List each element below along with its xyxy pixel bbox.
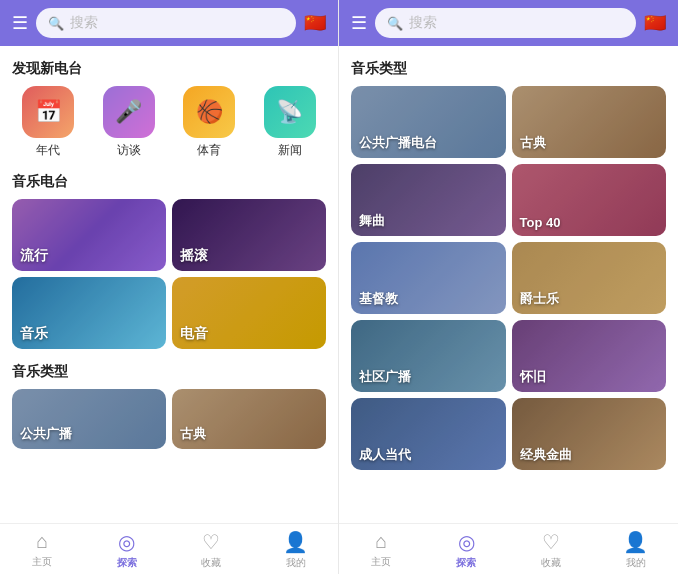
left-nav-mine-label: 我的: [286, 556, 306, 570]
left-nav-favorites-label: 收藏: [201, 556, 221, 570]
right-card-classic-gold-label: 经典金曲: [520, 446, 572, 464]
left-nav-explore-label: 探索: [117, 556, 137, 570]
left-search-placeholder: 搜索: [70, 14, 98, 32]
left-search-box[interactable]: 🔍 搜索: [36, 8, 296, 38]
music-card-music[interactable]: 音乐: [12, 277, 166, 349]
right-card-classic-label: 古典: [520, 134, 546, 152]
left-search-bar: ☰ 🔍 搜索 🇨🇳: [0, 0, 338, 46]
right-card-jazz[interactable]: 爵士乐: [512, 242, 667, 314]
type-card-radio-label: 公共广播: [20, 425, 72, 443]
discover-icon-era: 📅: [22, 86, 74, 138]
music-card-edm[interactable]: 电音: [172, 277, 326, 349]
right-card-jazz-label: 爵士乐: [520, 290, 559, 308]
left-menu-icon[interactable]: ☰: [12, 14, 28, 32]
music-card-edm-label: 电音: [180, 325, 208, 343]
discover-item-news[interactable]: 📡 新闻: [254, 86, 327, 159]
right-nav-favorites[interactable]: ♡ 收藏: [509, 530, 594, 570]
discover-item-talk[interactable]: 🎤 访谈: [93, 86, 166, 159]
right-nav-explore-label: 探索: [456, 556, 476, 570]
discover-label-sports: 体育: [197, 142, 221, 159]
type-card-radio[interactable]: 公共广播: [12, 389, 166, 449]
left-flag[interactable]: 🇨🇳: [304, 12, 326, 34]
right-nav-home-label: 主页: [371, 555, 391, 569]
right-card-christian[interactable]: 基督教: [351, 242, 506, 314]
right-nav-explore[interactable]: ◎ 探索: [424, 530, 509, 570]
right-card-adult[interactable]: 成人当代: [351, 398, 506, 470]
right-bottom-nav: ⌂ 主页 ◎ 探索 ♡ 收藏 👤 我的: [339, 523, 678, 574]
left-nav-mine[interactable]: 👤 我的: [254, 530, 339, 570]
left-search-icon: 🔍: [48, 16, 64, 31]
left-nav-mine-icon: 👤: [283, 530, 308, 554]
right-card-classic-gold[interactable]: 经典金曲: [512, 398, 667, 470]
right-search-icon: 🔍: [387, 16, 403, 31]
right-nav-mine[interactable]: 👤 我的: [593, 530, 678, 570]
left-music-type-title: 音乐类型: [12, 363, 326, 381]
right-nav-mine-label: 我的: [626, 556, 646, 570]
right-card-dance-label: 舞曲: [359, 212, 385, 230]
discover-label-era: 年代: [36, 142, 60, 159]
right-card-radio[interactable]: 公共广播电台: [351, 86, 506, 158]
left-bottom-nav: ⌂ 主页 ◎ 探索 ♡ 收藏 👤 我的: [0, 523, 338, 574]
left-nav-favorites[interactable]: ♡ 收藏: [169, 530, 254, 570]
left-music-station-title: 音乐电台: [12, 173, 326, 191]
discover-icon-sports: 🏀: [183, 86, 235, 138]
discover-label-talk: 访谈: [117, 142, 141, 159]
right-panel: ☰ 🔍 搜索 🇨🇳 音乐类型 公共广播电台 古典: [339, 0, 678, 574]
music-card-pop-label: 流行: [20, 247, 48, 265]
music-card-music-label: 音乐: [20, 325, 48, 343]
right-card-dance[interactable]: 舞曲: [351, 164, 506, 236]
right-search-box[interactable]: 🔍 搜索: [375, 8, 636, 38]
discover-label-news: 新闻: [278, 142, 302, 159]
right-search-placeholder: 搜索: [409, 14, 437, 32]
right-nav-favorites-icon: ♡: [542, 530, 560, 554]
right-content: 音乐类型 公共广播电台 古典 舞曲: [339, 46, 678, 523]
right-section-title: 音乐类型: [351, 60, 666, 78]
right-card-christian-label: 基督教: [359, 290, 398, 308]
right-card-radio-label: 公共广播电台: [359, 134, 437, 152]
music-card-rock[interactable]: 摇滚: [172, 199, 326, 271]
right-card-classic[interactable]: 古典: [512, 86, 667, 158]
left-music-grid: 流行 摇滚 音乐 电音: [12, 199, 326, 349]
right-flag[interactable]: 🇨🇳: [644, 12, 666, 34]
left-discover-title: 发现新电台: [12, 60, 326, 78]
right-card-nostalgia-label: 怀旧: [520, 368, 546, 386]
right-menu-icon[interactable]: ☰: [351, 14, 367, 32]
right-nav-home-icon: ⌂: [375, 530, 387, 553]
left-nav-explore-icon: ◎: [118, 530, 135, 554]
left-panel: ☰ 🔍 搜索 🇨🇳 发现新电台 📅 年代 🎤 访谈 🏀 体育 📡: [0, 0, 339, 574]
right-nav-explore-icon: ◎: [458, 530, 475, 554]
right-card-community-label: 社区广播: [359, 368, 411, 386]
discover-item-sports[interactable]: 🏀 体育: [173, 86, 246, 159]
music-card-rock-label: 摇滚: [180, 247, 208, 265]
type-card-classic[interactable]: 古典: [172, 389, 326, 449]
right-card-top40-label: Top 40: [520, 215, 561, 230]
left-nav-home-icon: ⌂: [36, 530, 48, 553]
discover-item-era[interactable]: 📅 年代: [12, 86, 85, 159]
left-nav-home[interactable]: ⌂ 主页: [0, 530, 85, 570]
discover-icon-talk: 🎤: [103, 86, 155, 138]
right-card-top40[interactable]: Top 40: [512, 164, 667, 236]
right-card-nostalgia[interactable]: 怀旧: [512, 320, 667, 392]
right-card-adult-label: 成人当代: [359, 446, 411, 464]
right-nav-favorites-label: 收藏: [541, 556, 561, 570]
right-card-community[interactable]: 社区广播: [351, 320, 506, 392]
left-type-grid: 公共广播 古典: [12, 389, 326, 449]
discover-icon-news: 📡: [264, 86, 316, 138]
right-type-grid: 公共广播电台 古典 舞曲 Top 40: [351, 86, 666, 470]
right-search-bar: ☰ 🔍 搜索 🇨🇳: [339, 0, 678, 46]
type-card-classic-label: 古典: [180, 425, 206, 443]
music-card-pop[interactable]: 流行: [12, 199, 166, 271]
right-nav-home[interactable]: ⌂ 主页: [339, 530, 424, 570]
left-content: 发现新电台 📅 年代 🎤 访谈 🏀 体育 📡 新闻 音乐电台: [0, 46, 338, 523]
left-nav-favorites-icon: ♡: [202, 530, 220, 554]
left-nav-home-label: 主页: [32, 555, 52, 569]
left-nav-explore[interactable]: ◎ 探索: [85, 530, 170, 570]
left-discover-grid: 📅 年代 🎤 访谈 🏀 体育 📡 新闻: [12, 86, 326, 159]
right-nav-mine-icon: 👤: [623, 530, 648, 554]
